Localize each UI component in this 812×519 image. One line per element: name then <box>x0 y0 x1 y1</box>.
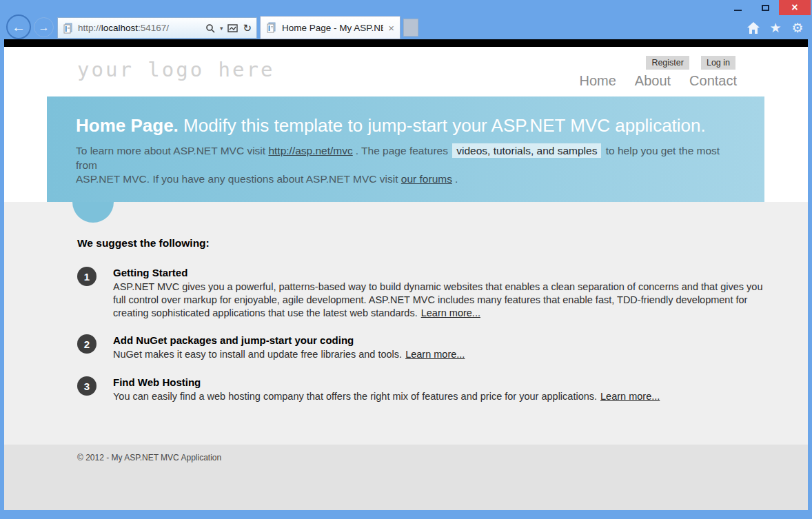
site-footer: © 2012 - My ASP.NET MVC Application <box>4 445 808 510</box>
url-host: localhost <box>101 23 138 33</box>
item-title: Getting Started <box>113 267 768 278</box>
title-bar[interactable]: × <box>0 0 812 15</box>
settings-gear-icon[interactable]: ⚙ <box>790 20 805 36</box>
close-icon: × <box>791 1 798 14</box>
hero-title: Home Page. Modify this template to jump-… <box>76 115 733 136</box>
maximize-button[interactable] <box>751 0 779 15</box>
web-page: your logo here Register Log in Home Abou… <box>4 39 808 510</box>
search-dropdown-icon[interactable]: ▾ <box>220 25 223 32</box>
forward-arrow-icon: → <box>39 21 50 34</box>
back-arrow-icon: ← <box>12 19 26 35</box>
suggestion-item-getting-started: 1 Getting Started ASP.NET MVC gives you … <box>77 267 768 320</box>
maximize-icon <box>762 5 769 11</box>
refresh-icon[interactable]: ↻ <box>243 22 252 34</box>
item-body-text: You can easily find a web hosting compan… <box>113 391 597 402</box>
nav-home-link[interactable]: Home <box>579 73 616 89</box>
hero-text-5: . <box>455 173 458 185</box>
item-body-text: NuGet makes it easy to install and updat… <box>113 349 402 360</box>
home-icon[interactable] <box>746 21 761 34</box>
minimize-icon <box>734 10 742 11</box>
suggestion-item-web-hosting: 3 Find Web Hosting You can easily find a… <box>77 376 768 403</box>
register-button[interactable]: Register <box>646 56 689 70</box>
item-number-badge: 1 <box>77 267 97 286</box>
hero-text-4: ASP.NET MVC. If you have any questions a… <box>76 173 401 185</box>
browser-forward-button[interactable]: → <box>34 17 54 37</box>
copyright-text: © 2012 - My ASP.NET MVC Application <box>77 453 808 462</box>
login-button[interactable]: Log in <box>701 56 735 70</box>
nav-contact-link[interactable]: Contact <box>689 73 737 89</box>
favorites-star-icon[interactable]: ★ <box>768 20 783 36</box>
close-window-button[interactable]: × <box>779 0 811 15</box>
item-body: You can easily find a web hosting compan… <box>113 390 768 403</box>
suggest-heading: We suggest the following: <box>77 237 210 250</box>
hero-paragraph: To learn more about ASP.NET MVC visit ht… <box>76 144 733 187</box>
item-text: Getting Started ASP.NET MVC gives you a … <box>113 267 768 320</box>
item-number-badge: 2 <box>77 334 97 354</box>
url-text[interactable]: http://localhost:54167/ <box>78 23 201 33</box>
featured-hero: Home Page. Modify this template to jump-… <box>47 96 764 202</box>
address-bar[interactable]: http://localhost:54167/ ▾ ↻ <box>57 17 257 39</box>
hero-title-bold: Home Page. <box>76 115 179 136</box>
item-body: NuGet makes it easy to install and updat… <box>113 348 768 361</box>
browser-tab[interactable]: Home Page - My ASP.NET ... × <box>260 16 400 39</box>
browser-back-button[interactable]: ← <box>6 14 31 39</box>
main-content: We suggest the following: 1 Getting Star… <box>4 202 808 445</box>
tab-close-icon[interactable]: × <box>388 22 394 34</box>
compatibility-view-icon[interactable] <box>227 24 238 32</box>
url-scheme: http:// <box>78 23 101 33</box>
hero-text-2: . The page features <box>356 145 451 156</box>
hero-semicircle-decoration <box>72 202 114 223</box>
browser-toolbar-icons: ★ ⚙ <box>746 20 805 36</box>
nav-about-link[interactable]: About <box>635 73 671 89</box>
suggestion-item-nuget: 2 Add NuGet packages and jump-start your… <box>77 334 768 361</box>
learn-more-link-2[interactable]: Learn more... <box>405 349 465 360</box>
new-tab-button[interactable] <box>403 19 418 37</box>
address-bar-icons: ▾ ↻ <box>205 22 252 34</box>
learn-more-link-3[interactable]: Learn more... <box>600 391 660 402</box>
hero-title-rest: Modify this template to jump-start your … <box>179 115 706 136</box>
window-controls: × <box>724 0 811 15</box>
item-title: Find Web Hosting <box>113 376 768 388</box>
auth-links: Register Log in <box>646 56 735 70</box>
item-title: Add NuGet packages and jump-start your c… <box>113 334 768 346</box>
url-path: :54167/ <box>138 23 169 33</box>
search-icon[interactable] <box>205 23 215 33</box>
minimize-button[interactable] <box>724 0 751 15</box>
item-body: ASP.NET MVC gives you a powerful, patter… <box>113 281 768 320</box>
aspnet-mvc-link[interactable]: http://asp.net/mvc <box>268 145 355 156</box>
site-logo: your logo here <box>77 58 274 81</box>
learn-more-link-1[interactable]: Learn more... <box>421 307 480 318</box>
site-header: your logo here Register Log in Home Abou… <box>4 47 808 96</box>
main-nav: Home About Contact <box>579 73 737 89</box>
item-text: Add NuGet packages and jump-start your c… <box>113 334 768 361</box>
videos-tutorials-samples-link[interactable]: videos, tutorials, and samples <box>452 143 601 158</box>
hero-text-1: To learn more about ASP.NET MVC visit <box>76 145 268 156</box>
page-top-bar <box>4 39 808 47</box>
item-number-badge: 3 <box>77 376 97 396</box>
our-forums-link[interactable]: our forums <box>401 173 455 185</box>
item-text: Find Web Hosting You can easily find a w… <box>113 376 768 403</box>
page-icon <box>63 23 74 34</box>
tab-page-icon <box>266 22 277 33</box>
tab-title: Home Page - My ASP.NET ... <box>282 23 383 33</box>
